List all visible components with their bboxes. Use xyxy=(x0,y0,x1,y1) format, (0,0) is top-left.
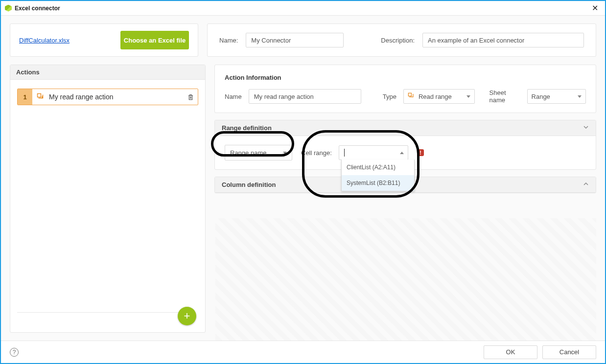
connector-name-input[interactable] xyxy=(246,33,344,47)
actions-panel-title: Actions xyxy=(10,65,205,80)
chevron-down-icon xyxy=(283,152,287,154)
chevron-down-icon xyxy=(466,95,470,98)
action-info-card: Action Information Name Type Read range xyxy=(214,65,596,113)
ok-button[interactable]: OK xyxy=(484,345,537,359)
top-row: DiffCalculator.xlsx Choose an Excel file… xyxy=(10,23,596,57)
actions-column: Actions 1 My read range action xyxy=(10,65,206,333)
add-action-button[interactable]: + xyxy=(178,307,196,325)
titlebar: Excel connector ✕ xyxy=(1,1,605,16)
actions-panel-body: 1 My read range action xyxy=(10,80,205,332)
action-label: My read range action xyxy=(47,93,183,101)
workspace: DiffCalculator.xlsx Choose an Excel file… xyxy=(1,16,605,341)
chevron-down-icon xyxy=(578,95,582,98)
range-definition-header[interactable]: Range definition xyxy=(215,120,596,136)
action-name-label: Name xyxy=(225,93,242,100)
columns: Actions 1 My read range action xyxy=(10,65,596,333)
range-mode-value: Range name xyxy=(230,149,266,157)
column-definition-title: Column definition xyxy=(222,181,276,188)
chevron-up-icon xyxy=(400,152,404,154)
read-range-icon xyxy=(34,93,47,101)
action-item[interactable]: 1 My read range action xyxy=(17,89,198,105)
cancel-button[interactable]: Cancel xyxy=(542,345,596,359)
chevron-up-icon xyxy=(583,181,589,188)
sheet-name-value: Range xyxy=(532,93,550,100)
action-index: 1 xyxy=(18,89,32,105)
range-mode-select[interactable]: Range name xyxy=(225,145,292,160)
window-title: Excel connector xyxy=(15,5,60,12)
app-logo-icon xyxy=(5,5,12,12)
actions-divider xyxy=(17,312,186,313)
excel-file-link[interactable]: DiffCalculator.xlsx xyxy=(19,37,70,44)
cell-range-label: Cell range: xyxy=(301,149,332,157)
chevron-down-icon xyxy=(583,124,589,132)
validation-error-icon: ! xyxy=(417,149,424,156)
svg-rect-1 xyxy=(408,93,411,96)
svg-rect-0 xyxy=(38,94,41,97)
delete-action-button[interactable] xyxy=(183,89,198,105)
range-definition-body: Range name Cell range: ! ClientList (A2:… xyxy=(215,136,596,169)
connector-desc-label: Description: xyxy=(381,37,415,44)
range-definition-title: Range definition xyxy=(222,124,272,132)
connector-name-label: Name: xyxy=(219,37,238,44)
sheet-name-label: Sheet name xyxy=(489,89,520,104)
sheet-name-select[interactable]: Range xyxy=(527,89,586,104)
action-info-title: Action Information xyxy=(225,74,586,81)
action-info-row: Name Type Read range xyxy=(225,89,586,104)
choose-file-button[interactable]: Choose an Excel file xyxy=(120,31,189,49)
details-column: Action Information Name Type Read range xyxy=(214,65,596,333)
action-type-value: Read range xyxy=(419,93,452,100)
action-name-input[interactable] xyxy=(249,89,361,104)
text-cursor xyxy=(344,149,345,157)
range-definition-card: Range definition Range name Cell range: xyxy=(214,120,596,170)
cell-range-combobox[interactable] xyxy=(339,145,408,160)
dropdown-item[interactable]: SystemList (B2:B11) xyxy=(342,175,414,191)
help-button[interactable]: ? xyxy=(10,348,19,357)
action-type-select[interactable]: Read range xyxy=(403,89,475,104)
file-card: DiffCalculator.xlsx Choose an Excel file xyxy=(10,23,198,57)
cell-range-dropdown: ClientList (A2:A11) SystemList (B2:B11) xyxy=(341,159,415,191)
close-window-button[interactable]: ✕ xyxy=(590,3,600,13)
dropdown-item[interactable]: ClientList (A2:A11) xyxy=(342,159,414,175)
bottombar: ? OK Cancel xyxy=(1,341,605,363)
connector-desc-input[interactable] xyxy=(422,33,584,47)
action-type-label: Type xyxy=(383,93,396,100)
read-range-icon xyxy=(408,92,415,101)
connector-meta-card: Name: Description: xyxy=(207,23,596,57)
actions-panel: Actions 1 My read range action xyxy=(10,65,206,333)
